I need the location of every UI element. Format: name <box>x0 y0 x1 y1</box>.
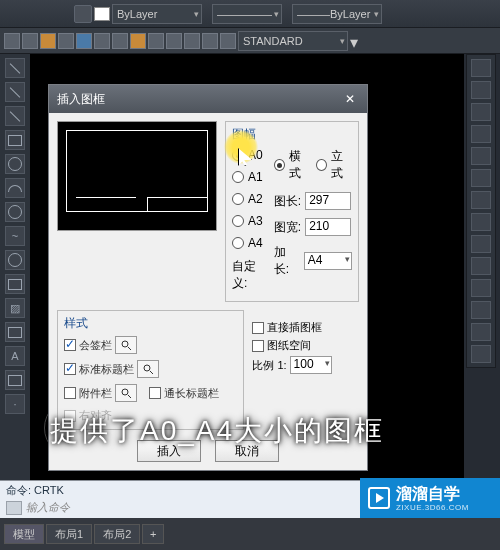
add-layout-button[interactable]: + <box>142 524 164 544</box>
modify-tool[interactable] <box>471 279 491 297</box>
modify-tool[interactable] <box>471 191 491 209</box>
tool-icon[interactable] <box>112 33 128 49</box>
modify-tool[interactable] <box>471 81 491 99</box>
radio-a4[interactable]: A4 <box>232 236 268 250</box>
dialog-title: 插入图框 <box>57 91 105 108</box>
radio-horizontal[interactable]: 横式 <box>274 148 310 182</box>
close-icon[interactable]: ✕ <box>341 90 359 108</box>
modify-tool[interactable] <box>471 59 491 77</box>
tool-icon[interactable] <box>4 33 20 49</box>
chevron-down-icon[interactable]: ▾ <box>350 33 366 49</box>
command-input[interactable]: 输入命令 <box>26 500 70 515</box>
lineweight-combo[interactable]: ————— <box>212 4 282 24</box>
ratio-row: 比例 1:100 <box>252 356 359 374</box>
tab-model[interactable]: 模型 <box>4 524 44 544</box>
modify-tool[interactable] <box>471 213 491 231</box>
modify-tool[interactable] <box>471 323 491 341</box>
extend-select[interactable]: A4 <box>304 252 352 270</box>
tab-layout2[interactable]: 布局2 <box>94 524 140 544</box>
point-tool[interactable]: · <box>5 394 25 414</box>
tool-icon[interactable] <box>22 33 38 49</box>
frame-preview <box>57 121 217 231</box>
label-custom: 自定义: <box>232 258 268 292</box>
modify-tool[interactable] <box>471 147 491 165</box>
arc-tool[interactable] <box>5 178 25 198</box>
tool-icon[interactable] <box>58 33 74 49</box>
watermark-text: 溜溜自学 <box>396 484 469 505</box>
color-combo[interactable]: ByLayer <box>112 4 202 24</box>
left-toolbox: ~ ▨ A · <box>0 54 30 480</box>
check-long-title[interactable]: 通长标题栏 <box>149 384 219 402</box>
rect-tool[interactable] <box>5 130 25 150</box>
modify-tool[interactable] <box>471 257 491 275</box>
svg-line-3 <box>150 371 153 374</box>
svg-point-2 <box>144 365 150 371</box>
modify-tool[interactable] <box>471 235 491 253</box>
tool-icon[interactable] <box>184 33 200 49</box>
table-tool[interactable] <box>5 370 25 390</box>
browse-icon[interactable] <box>115 336 137 354</box>
modify-tool[interactable] <box>471 301 491 319</box>
hatch-tool[interactable]: ▨ <box>5 298 25 318</box>
tool-icon[interactable] <box>166 33 182 49</box>
browse-icon[interactable] <box>137 360 159 378</box>
tool-icon[interactable] <box>202 33 218 49</box>
tool-icon[interactable] <box>94 33 110 49</box>
tool-icon[interactable] <box>148 33 164 49</box>
modify-tool[interactable] <box>471 169 491 187</box>
tool-icon[interactable] <box>40 33 56 49</box>
text-tool[interactable]: A <box>5 346 25 366</box>
linetype-combo[interactable]: ——— ByLayer <box>292 4 382 24</box>
length-input[interactable]: 297 <box>305 192 351 210</box>
props-icon[interactable] <box>74 5 92 23</box>
radio-a2[interactable]: A2 <box>232 192 268 206</box>
watermark-sub: ZIXUE.3D66.COM <box>396 503 469 512</box>
group-label: 图幅 <box>232 126 352 143</box>
svg-point-4 <box>122 389 128 395</box>
line-tool[interactable] <box>5 58 25 78</box>
circle-tool[interactable] <box>5 154 25 174</box>
polygon-tool[interactable] <box>5 274 25 294</box>
command-icon <box>6 501 22 515</box>
tool-icon[interactable] <box>220 33 236 49</box>
modify-tool[interactable] <box>471 345 491 363</box>
check-standard-title[interactable]: 标准标题栏 <box>64 360 159 378</box>
radio-a0[interactable]: A0 <box>232 148 268 162</box>
region-tool[interactable] <box>5 322 25 342</box>
frame-size-group: 图幅 A0 A1 A2 A3 A4 自定义: 横式 立式 <box>225 121 359 302</box>
donut-tool[interactable] <box>5 250 25 270</box>
svg-point-0 <box>122 341 128 347</box>
tool-icon[interactable] <box>130 33 146 49</box>
color-swatch[interactable] <box>94 7 110 21</box>
modify-tool[interactable] <box>471 125 491 143</box>
text-style-combo[interactable]: STANDARD <box>238 31 348 51</box>
spline-tool[interactable]: ~ <box>5 226 25 246</box>
ribbon: STANDARD ▾ <box>0 28 500 54</box>
xline-tool[interactable] <box>5 106 25 126</box>
check-attachment[interactable]: 附件栏 <box>64 384 137 402</box>
check-direct-insert[interactable]: 直接插图框 <box>252 320 359 335</box>
width-input[interactable]: 210 <box>305 218 351 236</box>
ellipse-tool[interactable] <box>5 202 25 222</box>
length-label: 图长: <box>274 193 301 210</box>
radio-vertical[interactable]: 立式 <box>316 148 352 182</box>
radio-a3[interactable]: A3 <box>232 214 268 228</box>
check-sign-column[interactable]: 会签栏 <box>64 336 137 354</box>
title-bar: ByLayer ————— ——— ByLayer <box>0 0 500 28</box>
svg-line-5 <box>128 395 131 398</box>
polyline-tool[interactable] <box>5 82 25 102</box>
dialog-titlebar[interactable]: 插入图框 ✕ <box>49 85 367 113</box>
browse-icon[interactable] <box>115 384 137 402</box>
layout-tabs: 模型 布局1 布局2 + <box>0 518 500 550</box>
tab-layout1[interactable]: 布局1 <box>46 524 92 544</box>
group-label: 样式 <box>64 315 237 332</box>
modify-tool[interactable] <box>471 103 491 121</box>
play-icon <box>368 487 390 509</box>
radio-a1[interactable]: A1 <box>232 170 268 184</box>
right-toolbox <box>466 54 496 368</box>
extend-label: 加长: <box>274 244 300 278</box>
width-label: 图宽: <box>274 219 301 236</box>
check-paper-space[interactable]: 图纸空间 <box>252 338 359 353</box>
tool-icon[interactable] <box>76 33 92 49</box>
ratio-select[interactable]: 100 <box>290 356 332 374</box>
